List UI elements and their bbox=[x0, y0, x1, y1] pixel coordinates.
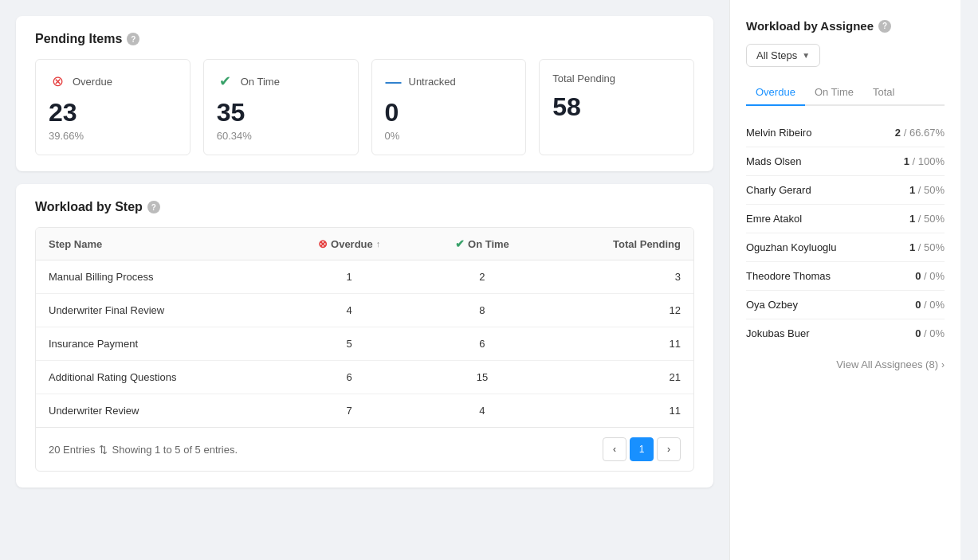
workload-step-help-icon[interactable]: ? bbox=[147, 201, 160, 213]
assignee-stats: 1 / 50% bbox=[909, 184, 945, 196]
workload-step-table-container: Step Name ⊗ Overdue ↑ bbox=[35, 227, 694, 472]
sort-arrow-icon: ↑ bbox=[376, 239, 381, 249]
entries-select[interactable]: 20 Entries ⇅ bbox=[49, 444, 108, 456]
total-cell: 3 bbox=[545, 260, 693, 294]
workload-step-table: Step Name ⊗ Overdue ↑ bbox=[36, 228, 693, 427]
entries-arrow-icon: ⇅ bbox=[99, 444, 108, 456]
showing-label: Showing 1 to 5 of 5 entries. bbox=[112, 444, 238, 456]
table-row: Manual Billing Process 1 2 3 bbox=[36, 260, 693, 294]
ontime-cell: 6 bbox=[419, 327, 545, 361]
chevron-right-icon: › bbox=[941, 359, 945, 370]
untracked-value: 0 bbox=[385, 100, 513, 125]
tab-overdue[interactable]: Overdue bbox=[746, 80, 805, 106]
overdue-cell: 7 bbox=[280, 394, 419, 428]
dropdown-arrow-icon: ▼ bbox=[802, 51, 810, 60]
pagination-row: 20 Entries ⇅ Showing 1 to 5 of 5 entries… bbox=[36, 427, 693, 471]
assignee-name: Mads Olsen bbox=[746, 155, 801, 167]
assignee-name: Melvin Ribeiro bbox=[746, 127, 811, 139]
prev-page-button[interactable]: ‹ bbox=[603, 437, 626, 461]
list-item: Jokubas Buer 0 / 0% bbox=[746, 319, 945, 347]
assignee-stats: 1 / 50% bbox=[909, 241, 945, 253]
tab-ontime[interactable]: On Time bbox=[805, 80, 863, 106]
total-cell: 21 bbox=[545, 361, 693, 394]
view-all-label: View All Assignees (8) bbox=[836, 358, 938, 370]
table-row: Insurance Payment 5 6 11 bbox=[36, 327, 693, 361]
list-item: Mads Olsen 1 / 100% bbox=[746, 147, 945, 176]
list-item: Theodore Thomas 0 / 0% bbox=[746, 262, 945, 291]
page-1-button[interactable]: 1 bbox=[630, 437, 654, 461]
assignee-name: Jokubas Buer bbox=[746, 327, 810, 339]
assignee-pct: / 66.67% bbox=[904, 127, 945, 139]
total-label: Total Pending bbox=[552, 72, 615, 84]
overdue-cell: 1 bbox=[280, 260, 419, 294]
pagination-info: 20 Entries ⇅ Showing 1 to 5 of 5 entries… bbox=[49, 444, 238, 456]
assignee-stats: 2 / 66.67% bbox=[895, 127, 945, 139]
assignee-help-icon[interactable]: ? bbox=[878, 20, 891, 33]
workload-assignee-sidebar: Workload by Assignee ? All Steps ▼ Overd… bbox=[729, 0, 960, 560]
overdue-cell: 4 bbox=[280, 294, 419, 327]
workload-step-title: Workload by Step bbox=[35, 200, 143, 214]
page-controls: ‹ 1 › bbox=[603, 437, 681, 461]
ontime-col-icon: ✔ bbox=[455, 237, 465, 250]
ontime-value: 35 bbox=[217, 100, 345, 125]
list-item: Melvin Ribeiro 2 / 66.67% bbox=[746, 119, 945, 147]
metrics-grid: ⊗ Overdue 23 39.66% ✔ On Time 35 60.34% bbox=[35, 59, 694, 155]
assignee-pct: / 0% bbox=[924, 327, 945, 339]
ontime-pct: 60.34% bbox=[217, 130, 345, 142]
untracked-icon: — bbox=[385, 72, 403, 90]
assignee-name: Oguzhan Koyluoglu bbox=[746, 241, 836, 253]
metric-total: Total Pending 58 bbox=[539, 59, 694, 155]
overdue-icon: ⊗ bbox=[49, 72, 66, 90]
assignee-pct: / 50% bbox=[918, 241, 945, 253]
entries-label: 20 Entries bbox=[49, 444, 96, 456]
untracked-label: Untracked bbox=[409, 76, 456, 88]
overdue-value: 23 bbox=[49, 100, 177, 125]
assignee-list: Melvin Ribeiro 2 / 66.67% Mads Olsen 1 /… bbox=[746, 119, 945, 347]
dropdown-label: All Steps bbox=[756, 49, 797, 61]
assignee-stats: 1 / 50% bbox=[909, 213, 945, 225]
list-item: Emre Atakol 1 / 50% bbox=[746, 205, 945, 233]
step-name-cell: Manual Billing Process bbox=[36, 260, 280, 294]
overdue-pct: 39.66% bbox=[49, 130, 177, 142]
all-steps-dropdown[interactable]: All Steps ▼ bbox=[746, 44, 820, 67]
assignee-name: Emre Atakol bbox=[746, 213, 802, 225]
assignee-tabs: Overdue On Time Total bbox=[746, 80, 945, 106]
col-overdue[interactable]: ⊗ Overdue ↑ bbox=[280, 228, 419, 260]
overdue-cell: 5 bbox=[280, 327, 419, 361]
step-name-cell: Additional Rating Questions bbox=[36, 361, 280, 394]
total-value: 58 bbox=[552, 94, 681, 119]
assignee-name: Theodore Thomas bbox=[746, 270, 831, 282]
table-row: Underwriter Review 7 4 11 bbox=[36, 394, 693, 428]
pending-items-card: Pending Items ? ⊗ Overdue 23 39.66% ✔ bbox=[16, 16, 713, 171]
assignee-pct: / 50% bbox=[918, 184, 945, 196]
assignee-stats: 0 / 0% bbox=[915, 270, 945, 282]
assignee-pct: / 100% bbox=[913, 155, 945, 167]
metric-ontime: ✔ On Time 35 60.34% bbox=[203, 59, 359, 155]
tab-total[interactable]: Total bbox=[863, 80, 904, 106]
col-total-pending: Total Pending bbox=[545, 228, 693, 260]
col-step-name: Step Name bbox=[36, 228, 280, 260]
workload-step-card: Workload by Step ? Step Name ⊗ bbox=[16, 184, 713, 488]
ontime-cell: 15 bbox=[419, 361, 545, 394]
pending-items-title: Pending Items bbox=[35, 32, 122, 46]
assignee-stats: 0 / 0% bbox=[915, 299, 945, 311]
view-all-assignees-link[interactable]: View All Assignees (8) › bbox=[746, 347, 945, 370]
table-row: Underwriter Final Review 4 8 12 bbox=[36, 294, 693, 327]
overdue-cell: 6 bbox=[280, 361, 419, 394]
list-item: Oya Ozbey 0 / 0% bbox=[746, 291, 945, 319]
ontime-cell: 4 bbox=[419, 394, 545, 428]
col-ontime: ✔ On Time bbox=[419, 228, 545, 260]
ontime-icon: ✔ bbox=[217, 72, 234, 90]
assignee-stats: 1 / 100% bbox=[904, 155, 945, 167]
metric-untracked: — Untracked 0 0% bbox=[371, 59, 527, 155]
assignee-pct: / 50% bbox=[918, 213, 945, 225]
assignee-name: Oya Ozbey bbox=[746, 299, 798, 311]
pending-items-help-icon[interactable]: ? bbox=[127, 33, 139, 45]
untracked-pct: 0% bbox=[385, 130, 513, 142]
assignee-name: Charly Gerard bbox=[746, 184, 811, 196]
next-page-button[interactable]: › bbox=[657, 437, 681, 461]
metric-overdue: ⊗ Overdue 23 39.66% bbox=[35, 59, 190, 155]
list-item: Oguzhan Koyluoglu 1 / 50% bbox=[746, 233, 945, 262]
ontime-cell: 8 bbox=[419, 294, 545, 327]
assignee-pct: / 0% bbox=[924, 270, 945, 282]
